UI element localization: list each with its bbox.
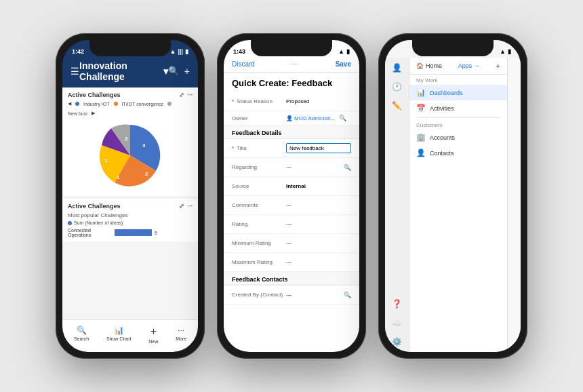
label-min-rating: Minimum Rating (232, 240, 286, 246)
phone-3: ▲ ▮ 👤 🕐 ✏️ ❓ ☁️ ⚙️ (378, 33, 527, 359)
label-created-by: Created By (Contact) (232, 292, 286, 298)
value-title[interactable]: New feedback (286, 143, 351, 153)
field-created-by: Created By (Contact) --- 🔍 (224, 286, 359, 305)
dashboards-icon: 📊 (416, 88, 426, 97)
p1-section-1-header: Active Challenges ⤢ ··· (68, 92, 193, 98)
value-regarding: --- (286, 164, 341, 170)
p3-settings-icon[interactable]: ⚙️ (392, 337, 402, 347)
p1-nav-more[interactable]: ··· More (176, 326, 186, 344)
field-status-reason: * Status Reason Proposed (224, 92, 359, 111)
more-icon[interactable]: ··· (187, 92, 193, 98)
expand-icon[interactable]: ⤢ (179, 92, 184, 98)
p1-sub-title: Most popular Challenges (68, 212, 193, 218)
battery-icon: ▮ (185, 48, 188, 55)
new-nav-label: New (148, 339, 158, 344)
save-button[interactable]: Save (336, 60, 351, 68)
p1-section2-icons: ⤢ ··· (179, 203, 193, 210)
p1-nav-new[interactable]: + New (148, 326, 158, 344)
pie-chart: 3 2 1 1 2 (96, 121, 164, 189)
p1-content: Active Challenges ⤢ ··· ◀ Industry IOT I (62, 87, 198, 319)
phone-1-inner: 1:42 ▲ ||| ▮ ☰ Innovation Challenge ▾ (62, 40, 198, 352)
field-regarding: Regarding --- 🔍 (224, 158, 359, 177)
p3-help-icon[interactable]: ❓ (392, 299, 402, 309)
value-max-rating: --- (286, 259, 351, 265)
label-rating: Rating (232, 221, 286, 227)
discard-button[interactable]: Discard (232, 60, 255, 68)
p2-wifi-icon: ▲ (338, 48, 344, 55)
p1-header-title: Innovation Challenge ▾ (79, 60, 168, 82)
more-nav-icon: ··· (178, 326, 184, 335)
expand2-icon[interactable]: ⤢ (179, 203, 184, 210)
field-min-rating: Minimum Rating --- (224, 234, 359, 253)
p1-search-icon[interactable]: 🔍 (168, 66, 179, 77)
legend-dot-1 (75, 102, 79, 106)
chart-legend-text: Sum (Number of ideas) (74, 220, 123, 225)
p3-wifi-icon: ▲ (500, 48, 506, 55)
p3-nav-home[interactable]: 🏠 Home (416, 62, 442, 69)
activities-icon: 📅 (416, 104, 426, 113)
chart-nav-icon: 📊 (114, 326, 124, 335)
p1-section1-label: Active Challenges (68, 92, 121, 98)
apps-label: Apps → (458, 62, 480, 69)
field-max-rating: Maximum Rating --- (224, 253, 359, 272)
phone-3-inner: ▲ ▮ 👤 🕐 ✏️ ❓ ☁️ ⚙️ (385, 40, 521, 352)
p1-chart-legend: Sum (Number of ideas) (68, 220, 193, 225)
p3-nav-apps[interactable]: Apps → (458, 62, 480, 69)
chevron-down-icon[interactable]: ▾ (163, 66, 168, 77)
field-title: * Title New feedback (224, 139, 359, 158)
p1-status-icons: ▲ ||| ▮ (170, 48, 188, 55)
p3-status-icons: ▲ ▮ (500, 48, 511, 55)
pie-container: 3 2 1 1 2 (68, 119, 193, 192)
label-status-reason: * Status Reason (232, 98, 286, 104)
p1-section-1: Active Challenges ⤢ ··· ◀ Industry IOT I (62, 87, 198, 196)
p3-body: 👤 🕐 ✏️ ❓ ☁️ ⚙️ 🏠 H (385, 58, 521, 352)
p3-menu-dashboards[interactable]: 📊 Dashboards (409, 85, 507, 100)
label-owner: Owner (232, 115, 286, 121)
p1-bottom-nav: 🔍 Search 📊 Show Chart + New ··· More (62, 319, 198, 352)
p1-legend-arrow-left[interactable]: ◀ (68, 101, 71, 106)
p1-bar-label: Connected Operations (68, 228, 112, 237)
owner-search-icon[interactable]: 🔍 (339, 115, 346, 121)
more2-icon[interactable]: ··· (187, 203, 193, 210)
p1-bar-row: Connected Operations 5 (68, 228, 193, 237)
p2-more-button[interactable]: ··· (290, 60, 300, 68)
p1-add-icon[interactable]: + (184, 66, 190, 77)
created-by-search-icon[interactable]: 🔍 (344, 292, 351, 298)
p3-edit-icon[interactable]: ✏️ (392, 101, 402, 111)
p1-title: Innovation Challenge (79, 60, 161, 82)
pie-label-1: 1 (117, 174, 120, 180)
scene: 1:42 ▲ ||| ▮ ☰ Innovation Challenge ▾ (0, 0, 583, 392)
p1-nav-chart[interactable]: 📊 Show Chart (106, 326, 132, 344)
p3-user-icon[interactable]: 👤 (392, 63, 402, 73)
p3-main: 🏠 Home Apps → + My Work 📊 Da (409, 58, 507, 352)
p3-menu-activities[interactable]: 📅 Activities (409, 100, 507, 116)
p3-battery-icon: ▮ (508, 48, 511, 55)
p1-legend-arrow-right[interactable]: ▶ (92, 111, 95, 116)
label-regarding: Regarding (232, 164, 286, 170)
p2-top-bar: Discard ··· Save (224, 58, 359, 73)
search-nav-label: Search (74, 336, 89, 341)
phone-3-notch (412, 40, 494, 56)
regarding-search-icon[interactable]: 🔍 (344, 164, 351, 171)
p1-nav-search[interactable]: 🔍 Search (74, 326, 89, 344)
p3-menu-accounts[interactable]: 🏢 Accounts (409, 130, 507, 145)
value-status-reason: Proposed (286, 98, 351, 104)
accounts-label: Accounts (430, 134, 455, 141)
p3-cloud-icon[interactable]: ☁️ (392, 318, 402, 328)
phone-2-notch (251, 40, 332, 56)
p2-time: 1:43 (233, 48, 245, 55)
phone-3-screen: ▲ ▮ 👤 🕐 ✏️ ❓ ☁️ ⚙️ (385, 40, 521, 352)
chart-nav-label: Show Chart (106, 336, 132, 341)
p3-menu-contacts[interactable]: 👤 Contacts (409, 145, 507, 161)
label-comments: Comments (232, 202, 286, 208)
phone-2: 1:43 ▲ ▮ Discard ··· Save Quick Create: … (217, 33, 366, 359)
field-comments: Comments --- (224, 196, 359, 215)
pie-label-3: 3 (142, 142, 146, 149)
new-nav-icon: + (150, 326, 157, 338)
value-created-by: --- (286, 292, 341, 298)
p3-clock-icon[interactable]: 🕐 (392, 82, 402, 92)
home-label: Home (426, 62, 442, 69)
p3-nav-add-icon[interactable]: + (496, 62, 500, 70)
dashboards-label: Dashboards (430, 90, 463, 96)
hamburger-icon[interactable]: ☰ (71, 66, 79, 77)
